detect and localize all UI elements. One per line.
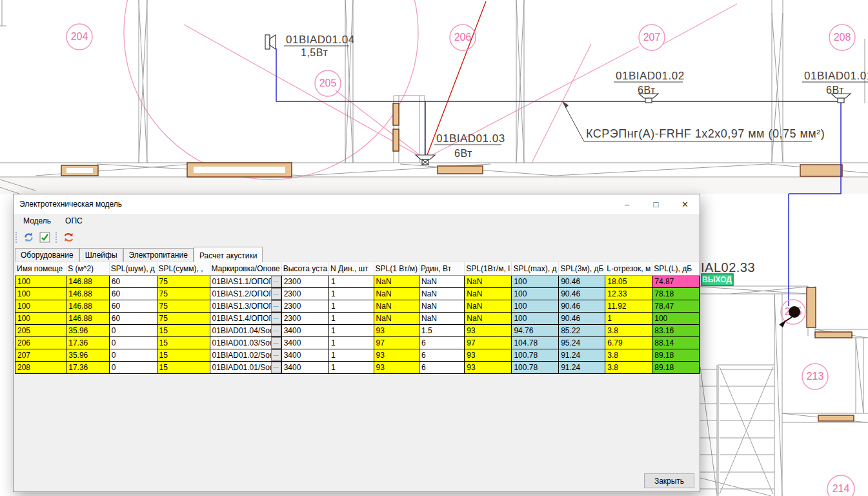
grid-cell[interactable]: 3400	[281, 362, 328, 374]
grid-cell[interactable]: 01BIAD01.04/Sona…	[210, 325, 281, 337]
grid-cell[interactable]: 1	[329, 349, 374, 362]
grid-cell[interactable]: 1	[329, 276, 374, 288]
grid-cell[interactable]: 88.14	[652, 337, 700, 349]
grid-cell[interactable]: NaN	[419, 300, 464, 313]
grid-cell[interactable]: 3.8	[605, 362, 652, 374]
grid-cell[interactable]: NaN	[419, 313, 464, 325]
grid-cell[interactable]: 01BIAD01.03/Sona…	[210, 337, 281, 349]
minimize-button[interactable]: –	[612, 194, 641, 214]
grid-cell[interactable]: 78.18	[652, 288, 700, 300]
grid-cell[interactable]: 104.78	[512, 337, 559, 349]
grid-cell[interactable]: 35.96	[66, 349, 110, 362]
dialog-titlebar[interactable]: Электротехническая модель – □ ✕	[14, 194, 700, 214]
grid-header-cell[interactable]: Маркировка/Опове	[210, 262, 281, 276]
grid-cell[interactable]: 3.8	[605, 325, 652, 337]
grid-header-cell[interactable]: SPL(1Вт/м, I	[465, 262, 512, 276]
cell-ellipsis-button[interactable]: …	[271, 362, 281, 373]
grid-cell[interactable]: NaN	[465, 288, 512, 300]
maximize-button[interactable]: □	[641, 194, 671, 214]
grid-cell[interactable]: 100	[652, 313, 700, 325]
grid-cell[interactable]: 100	[512, 288, 559, 300]
grid-cell[interactable]: 01BIAS1.2/ОПОП…	[210, 288, 281, 300]
grid-cell[interactable]: 01BIAD01.01/Sona…	[210, 362, 281, 374]
grid-cell[interactable]: 75	[157, 276, 210, 288]
grid-cell[interactable]: 100.78	[512, 362, 559, 374]
grid-header-cell[interactable]: SPL(сумм), ,	[157, 262, 210, 276]
grid-cell[interactable]: 01BIAS1.3/ОПОП…	[210, 300, 281, 313]
tab-0[interactable]: Оборудование	[15, 248, 79, 262]
tab-1[interactable]: Шлейфы	[79, 248, 123, 262]
grid-cell[interactable]: NaN	[465, 300, 512, 313]
grid-cell[interactable]: 93	[374, 325, 419, 337]
grid-cell[interactable]: 6.79	[605, 337, 652, 349]
grid-cell[interactable]: 100	[512, 313, 559, 325]
grid-cell[interactable]: 17.36	[66, 362, 110, 374]
grid-cell[interactable]: 91.24	[559, 362, 605, 374]
grid-cell[interactable]: 100	[512, 300, 559, 313]
grid-cell[interactable]: NaN	[374, 288, 419, 300]
grid-cell[interactable]: 1	[329, 288, 374, 300]
grid-cell[interactable]: 78.47	[652, 300, 700, 313]
apply-check-icon[interactable]	[37, 230, 52, 244]
grid-cell[interactable]: 3400	[281, 349, 328, 362]
grid-cell[interactable]: 93	[465, 349, 512, 362]
cell-ellipsis-button[interactable]: …	[271, 313, 281, 324]
grid-cell[interactable]: 85.22	[559, 325, 605, 337]
grid-cell[interactable]: 3400	[281, 325, 328, 337]
grid-header-cell[interactable]: SPL(1 Вт/м)	[374, 262, 419, 276]
grid-cell[interactable]: 1	[329, 325, 374, 337]
grid-header-cell[interactable]: Имя помеще	[15, 262, 66, 276]
grid-cell[interactable]: NaN	[374, 276, 419, 288]
grid-cell[interactable]: 93	[374, 349, 419, 362]
grid-cell[interactable]: NaN	[465, 276, 512, 288]
grid-cell[interactable]: 83.16	[652, 325, 700, 337]
grid-cell[interactable]: 100	[512, 276, 559, 288]
cell-ellipsis-button[interactable]: …	[271, 276, 281, 287]
grid-cell[interactable]: 6	[419, 362, 464, 374]
grid-cell[interactable]: NaN	[374, 313, 419, 325]
grid-cell[interactable]: 90.46	[559, 300, 605, 313]
grid-cell[interactable]: 0	[109, 362, 157, 374]
grid-cell[interactable]: 2300	[281, 276, 328, 288]
grid-cell[interactable]: 89.18	[652, 349, 700, 362]
grid-cell[interactable]: 1	[329, 313, 374, 325]
grid-cell[interactable]: 1	[329, 362, 374, 374]
grid-cell[interactable]: 15	[157, 349, 210, 362]
grid-cell[interactable]: 207	[15, 349, 66, 362]
grid-cell[interactable]: 146.88	[66, 300, 110, 313]
grid-cell[interactable]: 15	[157, 362, 210, 374]
cell-ellipsis-button[interactable]: …	[271, 300, 281, 312]
grid-cell[interactable]: NaN	[465, 313, 512, 325]
grid-header-cell[interactable]: SPL(3м), дБ	[559, 262, 605, 276]
grid-cell[interactable]: 1	[329, 300, 374, 313]
grid-cell[interactable]: 94.76	[512, 325, 559, 337]
grid-cell[interactable]: 60	[109, 300, 157, 313]
grid-cell[interactable]: 01BIAD01.02/Sona…	[210, 349, 281, 362]
grid-cell[interactable]: 2300	[281, 288, 328, 300]
grid-cell[interactable]: 35.96	[66, 325, 110, 337]
grid-header-cell[interactable]: S (м^2)	[66, 262, 110, 276]
tab-3[interactable]: Расчет акустики	[194, 247, 263, 262]
grid-cell[interactable]: 3400	[281, 337, 328, 349]
grid-cell[interactable]: 91.24	[559, 349, 605, 362]
grid-cell[interactable]: 146.88	[66, 288, 110, 300]
menu-ops[interactable]: ОПС	[58, 214, 90, 227]
refresh-icon[interactable]	[21, 230, 36, 244]
grid-cell[interactable]: 60	[109, 276, 157, 288]
grid-cell[interactable]: 89.18	[652, 362, 700, 374]
grid-cell[interactable]: 100	[15, 288, 66, 300]
grid-cell[interactable]: 2300	[281, 300, 328, 313]
grid-cell[interactable]: NaN	[419, 288, 464, 300]
grid-cell[interactable]: 3.8	[605, 349, 652, 362]
grid-cell[interactable]: 6	[419, 349, 464, 362]
grid-cell[interactable]: 11.92	[605, 300, 652, 313]
grid-cell[interactable]: 0	[109, 349, 157, 362]
grid-cell[interactable]: 97	[374, 337, 419, 349]
grid-cell[interactable]: 18.05	[605, 276, 652, 288]
grid-cell[interactable]: 6	[419, 337, 464, 349]
grid-cell[interactable]: 01BIAS1.4/ОПОП…	[210, 313, 281, 325]
grid-cell[interactable]: 01BIAS1.1/ОПОП…	[210, 276, 281, 288]
grid-header-cell[interactable]: L-отрезок, м	[605, 262, 652, 276]
grid-header-cell[interactable]: SPL(max), д	[512, 262, 559, 276]
grid-cell[interactable]: 205	[15, 325, 66, 337]
